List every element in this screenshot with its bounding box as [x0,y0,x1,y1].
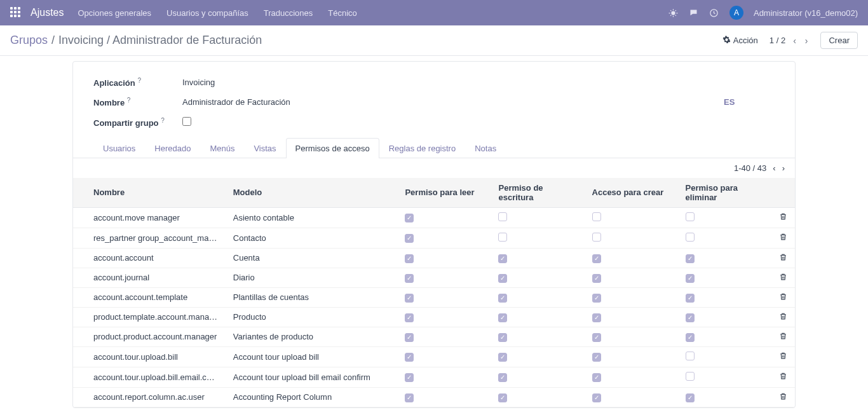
checkbox-icon[interactable] [592,393,601,402]
checkbox-icon[interactable] [405,313,414,322]
trash-icon[interactable] [779,293,787,303]
table-row[interactable]: account.accountCuenta [73,248,795,268]
trash-icon[interactable] [779,233,787,243]
cell-name[interactable]: account.journal [73,268,226,287]
checkbox-icon[interactable] [498,313,507,322]
cell-model[interactable]: Cuenta [226,248,398,268]
checkbox-icon[interactable] [405,234,414,243]
checkbox-icon[interactable] [405,254,414,263]
checkbox-icon[interactable] [498,233,507,242]
checkbox-icon[interactable] [686,212,695,221]
cell-model[interactable]: Diario [226,268,398,287]
checkbox-icon[interactable] [498,294,507,303]
inner-pager-prev-icon[interactable]: ‹ [773,163,775,173]
table-row[interactable]: account.journalDiario [73,268,795,287]
checkbox-icon[interactable] [498,353,507,362]
checkbox-icon[interactable] [686,294,695,303]
cell-model[interactable]: Plantillas de cuentas [226,287,398,307]
cell-model[interactable]: Producto [226,307,398,327]
breadcrumb-root[interactable]: Grupos [10,34,48,47]
table-row[interactable]: account.tour.upload.bill.email.conf…Acco… [73,367,795,387]
checkbox-icon[interactable] [592,313,601,322]
lang-tag[interactable]: ES [724,97,775,107]
checkbox-icon[interactable] [405,333,414,342]
trash-icon[interactable] [779,352,787,362]
tab-reglas[interactable]: Reglas de registro [379,138,466,158]
table-row[interactable]: account.move managerAsiento contable [73,207,795,228]
name-value[interactable]: Administrador de Facturación [182,97,724,107]
cell-name[interactable]: account.move manager [73,207,226,228]
checkbox-icon[interactable] [686,352,695,360]
checkbox-icon[interactable] [405,214,414,222]
tab-vistas[interactable]: Vistas [244,138,285,158]
trash-icon[interactable] [779,332,787,342]
checkbox-icon[interactable] [592,254,601,263]
checkbox-icon[interactable] [686,393,695,402]
checkbox-icon[interactable] [686,333,695,342]
cell-name[interactable]: account.tour.upload.bill.email.conf… [73,367,226,387]
cell-name[interactable]: res_partner group_account_mana… [73,228,226,248]
th-name[interactable]: Nombre [73,178,226,208]
checkbox-icon[interactable] [498,373,507,382]
avatar[interactable]: A [729,6,743,20]
share-checkbox[interactable] [182,117,191,126]
checkbox-icon[interactable] [498,254,507,263]
checkbox-icon[interactable] [592,373,601,382]
tab-notas[interactable]: Notas [465,138,506,158]
menu-item-users[interactable]: Usuarios y compañías [166,8,248,18]
cell-name[interactable]: account.account [73,248,226,268]
cell-name[interactable]: account.tour.upload.bill [73,346,226,367]
th-delete[interactable]: Permiso para eliminar [678,178,771,208]
menu-item-general[interactable]: Opciones generales [78,8,151,18]
trash-icon[interactable] [779,373,787,382]
bug-icon[interactable] [668,8,679,18]
cell-name[interactable]: account.report.column.ac.user [73,387,226,407]
checkbox-icon[interactable] [592,274,601,283]
menu-item-translations[interactable]: Traducciones [264,8,313,18]
table-row[interactable]: account.report.column.ac.userAccounting … [73,387,795,407]
table-row[interactable]: res_partner group_account_mana…Contacto [73,228,795,248]
tab-permisos[interactable]: Permisos de acceso [286,138,379,158]
cell-model[interactable]: Accounting Report Column [226,387,398,407]
checkbox-icon[interactable] [592,333,601,342]
trash-icon[interactable] [779,313,787,322]
checkbox-icon[interactable] [686,372,695,381]
checkbox-icon[interactable] [592,233,601,242]
messaging-icon[interactable] [689,8,699,18]
checkbox-icon[interactable] [498,333,507,342]
cell-model[interactable]: Variantes de producto [226,327,398,346]
checkbox-icon[interactable] [498,393,507,402]
checkbox-icon[interactable] [405,393,414,402]
activity-icon[interactable] [709,8,719,18]
checkbox-icon[interactable] [498,274,507,283]
cell-name[interactable]: product.template.account.manager [73,307,226,327]
inner-pager-next-icon[interactable]: › [782,163,785,173]
table-row[interactable]: account.account.templatePlantillas de cu… [73,287,795,307]
table-row[interactable]: product.product.account.managerVariantes… [73,327,795,346]
checkbox-icon[interactable] [686,274,695,283]
cell-model[interactable]: Account tour upload bill [226,346,398,367]
checkbox-icon[interactable] [498,212,507,221]
pager-next-icon[interactable]: › [804,36,810,46]
menu-item-technical[interactable]: Técnico [328,8,357,18]
trash-icon[interactable] [779,254,787,263]
username[interactable]: Administrator (v16_demo02) [754,8,858,18]
th-write[interactable]: Permiso de escritura [491,178,584,208]
apps-icon[interactable] [10,7,22,18]
pager-prev-icon[interactable]: ‹ [792,36,797,46]
table-row[interactable]: account.tour.upload.billAccount tour upl… [73,346,795,367]
cell-name[interactable]: product.product.account.manager [73,327,226,346]
th-create[interactable]: Acceso para crear [585,178,678,208]
checkbox-icon[interactable] [592,353,601,362]
trash-icon[interactable] [779,213,787,222]
checkbox-icon[interactable] [686,233,695,242]
cell-model[interactable]: Contacto [226,228,398,248]
th-model[interactable]: Modelo [226,178,398,208]
checkbox-icon[interactable] [592,212,601,221]
checkbox-icon[interactable] [686,313,695,322]
trash-icon[interactable] [779,273,787,283]
tab-usuarios[interactable]: Usuarios [93,138,145,158]
tab-heredado[interactable]: Heredado [145,138,200,158]
checkbox-icon[interactable] [405,353,414,362]
th-read[interactable]: Permiso para leer [397,178,491,208]
